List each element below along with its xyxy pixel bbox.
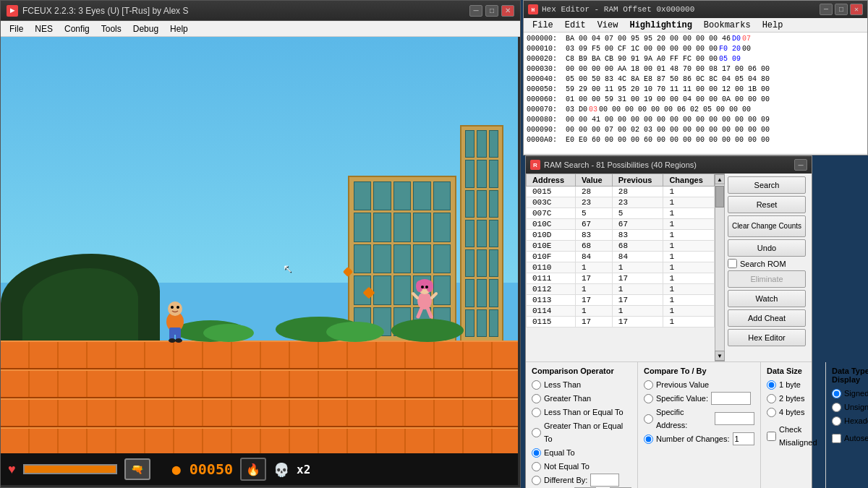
radio-number-of-changes[interactable]: Number of Changes: <box>644 432 754 445</box>
hex-minimize[interactable]: ─ <box>820 4 833 15</box>
search-button[interactable]: Search <box>728 176 806 194</box>
scroll-up-arrow[interactable]: ▲ <box>715 174 725 184</box>
ram-search-window: R RAM Search - 81 Possibilities (40 Regi… <box>525 155 812 488</box>
hex-menu-help[interactable]: Help <box>757 19 789 32</box>
ram-table-row[interactable]: 010C67671 <box>527 219 715 230</box>
radio-less-than[interactable]: Less Than <box>532 378 631 391</box>
platform-row-2 <box>1 369 518 398</box>
different-by-input[interactable] <box>590 474 619 487</box>
radio-not-equal[interactable]: Not Equal To <box>532 460 631 473</box>
clear-change-button[interactable]: Clear Change Counts <box>728 215 806 237</box>
maximize-button[interactable]: □ <box>485 5 498 17</box>
radio-1byte[interactable]: 1 byte <box>767 378 820 391</box>
hex-content-area: 000000: BA 00 04 07 00 95 95 20 00 00 00… <box>524 33 867 153</box>
autosearch-label[interactable]: Autosearch <box>832 432 868 445</box>
ram-table-row[interactable]: 0114111 <box>527 306 715 317</box>
add-cheat-button[interactable]: Add Cheat <box>728 309 806 327</box>
radio-previous-value[interactable]: Previous Value <box>644 378 754 391</box>
menu-config[interactable]: Config <box>59 22 95 35</box>
cell-changes: 1 <box>663 317 715 328</box>
ram-table-row[interactable]: 010F84841 <box>527 252 715 262</box>
radio-2bytes[interactable]: 2 bytes <box>767 392 820 405</box>
radio-unsigned[interactable]: Unsigned <box>832 401 868 414</box>
fire-icon-box: 🔥 <box>240 458 266 481</box>
ram-table-row[interactable]: 011317171 <box>527 295 715 306</box>
radio-specific-address[interactable]: Specific Address: <box>644 406 754 432</box>
search-rom-label: Search ROM <box>740 260 786 268</box>
cell-changes: 1 <box>663 306 715 317</box>
cell-addr: 0115 <box>527 317 576 328</box>
menu-file[interactable]: File <box>4 22 29 35</box>
ram-table-row[interactable]: 003C23231 <box>527 197 715 208</box>
check-misaligned-checkbox[interactable] <box>767 432 776 441</box>
fceux-title: FCEUX 2.2.3: 3 Eyes (U) [T-Rus] by Alex … <box>22 6 469 16</box>
ram-icon: R <box>530 160 540 170</box>
building-center <box>348 176 456 342</box>
hex-close[interactable]: ✕ <box>850 4 863 15</box>
radio-specific-value[interactable]: Specific Value: <box>644 392 754 405</box>
ram-table-row[interactable]: 001528281 <box>527 187 715 197</box>
hex-maximize[interactable]: □ <box>835 4 848 15</box>
hex-menu-edit[interactable]: Edit <box>559 19 592 32</box>
ram-scrollbar[interactable]: ▲ ▼ <box>715 174 725 361</box>
search-rom-checkbox[interactable] <box>728 259 737 268</box>
cell-value: 28 <box>575 187 612 197</box>
ram-table-row[interactable]: 007C551 <box>527 208 715 219</box>
energy-bar <box>23 464 117 474</box>
cell-changes: 1 <box>663 197 715 208</box>
hex-editor-button[interactable]: Hex Editor <box>728 329 806 346</box>
enemy-character <box>411 279 438 319</box>
svg-line-19 <box>427 308 431 317</box>
hex-menu-file[interactable]: File <box>527 19 559 32</box>
cell-changes: 1 <box>663 208 715 219</box>
cell-value: 1 <box>575 262 612 273</box>
ram-minimize[interactable]: ─ <box>794 159 807 171</box>
autosearch-checkbox[interactable] <box>832 434 841 443</box>
ram-search-titlebar: R RAM Search - 81 Possibilities (40 Regi… <box>526 156 812 174</box>
hex-menu-view[interactable]: View <box>592 19 624 32</box>
radio-greater-than[interactable]: Greater Than <box>532 392 631 405</box>
radio-less-equal[interactable]: Less Than or Equal To <box>532 406 631 419</box>
hex-menu-highlighting[interactable]: Highlighting <box>624 19 697 32</box>
autosearch-text: Autosearch <box>844 432 868 445</box>
ram-table-row[interactable]: 0112111 <box>527 284 715 295</box>
radio-equal-to[interactable]: Equal To <box>532 446 631 459</box>
radio-greater-equal[interactable]: Greater Than or Equal To <box>532 419 631 445</box>
ram-table-row[interactable]: 010E68681 <box>527 241 715 252</box>
ram-table-row[interactable]: 011117171 <box>527 273 715 284</box>
scroll-down-arrow[interactable]: ▼ <box>715 351 725 361</box>
menu-nes[interactable]: NES <box>29 22 59 35</box>
radio-signed[interactable]: Signed <box>832 387 868 400</box>
ram-table-row[interactable]: 0110111 <box>527 262 715 273</box>
game-canvas: ↖ ♥ 🔫 ● 00050 🔥 💀 x2 <box>1 37 518 485</box>
number-changes-input[interactable] <box>733 432 754 445</box>
scroll-thumb[interactable] <box>715 186 724 207</box>
compare-to-title: Compare To / By <box>644 367 754 375</box>
specific-value-input[interactable] <box>711 392 751 405</box>
cell-value: 83 <box>575 230 612 241</box>
cell-value: 23 <box>575 197 612 208</box>
col-changes: Changes <box>663 174 715 187</box>
ram-title: RAM Search - 81 Possibilities (40 Region… <box>544 160 794 169</box>
cell-addr: 0111 <box>527 273 576 284</box>
hex-menu-bookmarks[interactable]: Bookmarks <box>698 19 757 32</box>
specific-address-input[interactable] <box>715 412 754 425</box>
watch-button[interactable]: Watch <box>728 290 806 307</box>
close-button[interactable]: ✕ <box>501 5 514 17</box>
radio-hexadecimal[interactable]: Hexadecimal <box>832 414 868 427</box>
eliminate-button[interactable]: Eliminate <box>728 270 806 288</box>
menu-debug[interactable]: Debug <box>127 22 164 35</box>
cell-value: 1 <box>575 284 612 295</box>
cell-previous: 23 <box>612 197 663 208</box>
check-misaligned-label[interactable]: Check Misaligned <box>767 423 820 449</box>
reset-button[interactable]: Reset <box>728 196 806 213</box>
minimize-button[interactable]: ─ <box>469 5 482 17</box>
radio-4bytes[interactable]: 4 bytes <box>767 406 820 419</box>
ram-table-row[interactable]: 011517171 <box>527 317 715 328</box>
radio-different-by[interactable]: Different By: <box>532 474 631 487</box>
menu-tools[interactable]: Tools <box>95 22 127 35</box>
ram-table-row[interactable]: 010D83831 <box>527 230 715 241</box>
ram-list-section: Address Value Previous Changes 001528281… <box>526 174 812 361</box>
menu-help[interactable]: Help <box>164 22 194 35</box>
undo-button[interactable]: Undo <box>728 239 806 257</box>
